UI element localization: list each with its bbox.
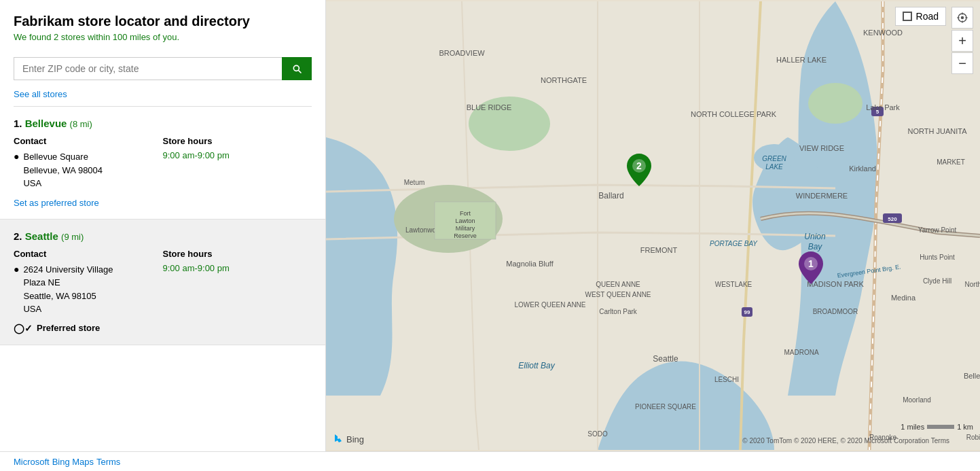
footer-bing-maps-link[interactable]: Bing Maps: [52, 457, 94, 467]
zoom-out-button[interactable]: −: [951, 52, 973, 74]
svg-text:NORTHGATE: NORTHGATE: [541, 76, 587, 84]
zoom-in-button[interactable]: +: [951, 30, 973, 52]
store-list-panel: Fabrikam store locator and directory We …: [0, 0, 326, 451]
map-marker-1[interactable]: 1: [799, 251, 823, 280]
address-row-1: ● Bellevue Square Bellevue, WA 98004 USA: [14, 150, 163, 190]
svg-text:Clyde Hill: Clyde Hill: [923, 277, 951, 285]
preferred-label: Preferred store: [37, 323, 100, 333]
svg-text:Carlton Park: Carlton Park: [599, 308, 638, 315]
svg-text:VIEW RIDGE: VIEW RIDGE: [799, 144, 844, 152]
svg-text:Lawton: Lawton: [455, 217, 475, 224]
address-line3-2: Seattle, WA 98105: [23, 291, 96, 301]
svg-text:Bellevue: Bellevue: [964, 372, 980, 380]
svg-text:MARKET: MARKET: [937, 158, 965, 166]
store-details-2: Contact ● 2624 University Village Plaza …: [14, 249, 312, 316]
svg-text:Reserve: Reserve: [454, 232, 477, 239]
road-toggle-button[interactable]: Road: [895, 7, 946, 26]
svg-text:Ballard: Ballard: [598, 191, 623, 200]
svg-text:Hunts Point: Hunts Point: [920, 254, 955, 261]
page-title: Fabrikam store locator and directory: [14, 14, 312, 29]
svg-text:MADRONA: MADRONA: [784, 349, 818, 356]
hours-label-1: Store hours: [163, 136, 312, 146]
address-line4-2: USA: [23, 304, 41, 314]
map-controls: + −: [951, 7, 973, 74]
footer-microsoft-link[interactable]: Microsoft: [14, 457, 50, 467]
svg-text:WESTLAKE: WESTLAKE: [715, 281, 752, 288]
svg-text:LOWER QUEEN ANNE: LOWER QUEEN ANNE: [514, 301, 585, 309]
svg-text:QUEEN ANNE: QUEEN ANNE: [596, 281, 640, 288]
svg-text:BROADVIEW: BROADVIEW: [439, 49, 485, 57]
svg-text:Northrup: Northrup: [965, 281, 980, 288]
see-all-link-container: See all stores: [0, 86, 325, 106]
hours-text-2: 9:00 am-9:00 pm: [163, 263, 312, 273]
svg-text:Bay: Bay: [808, 242, 823, 251]
svg-text:FREMONT: FREMONT: [640, 246, 678, 254]
address-line2-2: Plaza NE: [23, 277, 60, 287]
map-area: 5 99 520 KENWOOD HALLER LAKE BROADVIEW: [326, 0, 980, 451]
contact-label-1: Contact: [14, 136, 163, 146]
bing-logo: Bing: [333, 434, 364, 444]
svg-text:BROADMOOR: BROADMOOR: [813, 308, 858, 315]
svg-text:2: 2: [636, 160, 642, 171]
panel-header: Fabrikam store locator and directory We …: [0, 0, 325, 49]
svg-point-69: [961, 16, 964, 20]
address-line1-2: 2624 University Village: [23, 264, 113, 275]
svg-text:Elliott Bay: Elliott Bay: [518, 361, 555, 370]
locate-button[interactable]: [951, 7, 973, 29]
scale-bar-visual: [927, 425, 954, 429]
svg-text:LESCHI: LESCHI: [714, 376, 739, 383]
hours-label-2: Store hours: [163, 249, 312, 259]
store-city-1: Bellevue: [25, 118, 67, 129]
see-all-link[interactable]: See all stores: [14, 89, 67, 99]
svg-text:Metum: Metum: [404, 179, 425, 186]
svg-text:Seattle: Seattle: [653, 354, 678, 364]
address-line2-1: Bellevue, WA 98004: [23, 165, 103, 175]
svg-text:BLUE RIDGE: BLUE RIDGE: [467, 103, 512, 111]
set-preferred-link-1[interactable]: Set as preferred store: [14, 198, 99, 208]
svg-text:Medina: Medina: [891, 294, 916, 302]
store-item-seattle: 2. Seattle (9 mi) Contact ● 2624 Univers…: [0, 220, 325, 345]
bing-icon: [333, 434, 344, 444]
svg-text:Military: Military: [456, 225, 475, 232]
store-number-2: 2.: [14, 230, 22, 242]
results-subtitle: We found 2 stores within 100 miles of yo…: [14, 32, 312, 42]
store-name-bellevue: 1. Bellevue (8 mi): [14, 118, 312, 129]
svg-text:Moorland: Moorland: [903, 396, 931, 404]
store-item-bellevue: 1. Bellevue (8 mi) Contact ● Bellevue Sq…: [0, 107, 325, 220]
pin-icon-1: ●: [14, 151, 19, 162]
svg-point-9: [808, 83, 863, 124]
preferred-link-1: Set as preferred store: [14, 197, 312, 208]
search-button[interactable]: [282, 57, 312, 80]
svg-text:WEST QUEEN ANNE: WEST QUEEN ANNE: [585, 291, 651, 298]
search-area: [0, 49, 325, 86]
contact-label-2: Contact: [14, 249, 163, 259]
svg-text:GREEN: GREEN: [762, 155, 786, 162]
svg-text:Magnolia Bluff: Magnolia Bluff: [506, 260, 553, 268]
address-text-2: 2624 University Village Plaza NE Seattle…: [23, 263, 113, 316]
store-contact-col-2: Contact ● 2624 University Village Plaza …: [14, 249, 163, 316]
store-distance-1: (8 mi): [70, 119, 92, 129]
svg-text:HALLER LAKE: HALLER LAKE: [776, 56, 827, 64]
search-input[interactable]: [14, 57, 282, 80]
map-marker-2[interactable]: 2: [627, 154, 651, 182]
svg-text:99: 99: [744, 309, 750, 315]
svg-text:Fort: Fort: [460, 210, 471, 217]
store-name-seattle: 2. Seattle (9 mi): [14, 230, 312, 242]
svg-text:WINDERMERE: WINDERMERE: [796, 192, 848, 200]
svg-text:LAKE: LAKE: [765, 163, 783, 171]
pin-icon-2: ●: [14, 264, 19, 275]
svg-text:NORTH JUANITA: NORTH JUANITA: [908, 127, 968, 135]
hours-text-1: 9:00 am-9:00 pm: [163, 150, 312, 160]
store-distance-2: (9 mi): [61, 232, 84, 242]
search-icon: [291, 63, 302, 74]
store-details-1: Contact ● Bellevue Square Bellevue, WA 9…: [14, 136, 312, 190]
svg-text:PIONEER SQUARE: PIONEER SQUARE: [635, 403, 696, 411]
footer-terms-link[interactable]: Terms: [96, 457, 120, 467]
svg-text:Kirkland: Kirkland: [849, 164, 876, 173]
footer: Microsoft Bing Maps Terms: [0, 451, 980, 471]
svg-text:Yarrow Point: Yarrow Point: [918, 226, 957, 234]
address-row-2: ● 2624 University Village Plaza NE Seatt…: [14, 263, 163, 316]
svg-text:Lake Park: Lake Park: [866, 103, 900, 111]
svg-text:Robin...: Robin...: [966, 434, 980, 441]
store-number-1: 1.: [14, 118, 22, 129]
